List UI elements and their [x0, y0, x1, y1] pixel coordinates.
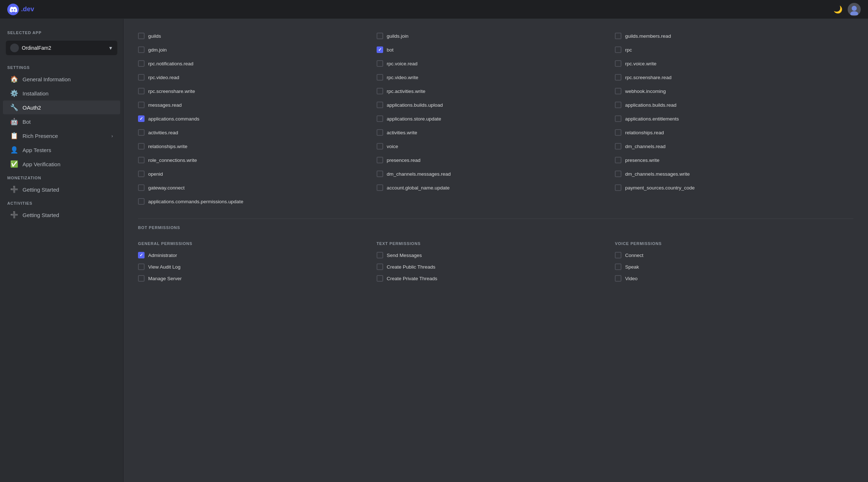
perm-checkbox-create-private-threads[interactable]: [377, 275, 383, 282]
scope-checkbox-webhook-incoming[interactable]: [615, 88, 621, 94]
scope-checkbox-rpc-video-read[interactable]: [138, 74, 145, 81]
scope-checkbox-voice[interactable]: [377, 143, 383, 150]
scope-item-gdm-join: gdm.join: [138, 44, 377, 56]
scope-checkbox-rpc-notifications-read[interactable]: [138, 60, 145, 67]
scope-checkbox-dm-channels-read[interactable]: [615, 143, 621, 150]
sidebar-item-label-app-verification: App Verification: [23, 161, 113, 167]
sidebar-item-app-verification[interactable]: ✅ App Verification: [3, 157, 120, 171]
sidebar-item-label-bot: Bot: [23, 119, 113, 125]
scope-checkbox-account-global-name-update[interactable]: [377, 184, 383, 191]
perm-checkbox-manage-server[interactable]: [138, 275, 145, 282]
scope-checkbox-guilds[interactable]: [138, 33, 145, 39]
perm-item-view-audit-log: View Audit Log: [138, 261, 377, 273]
scope-checkbox-dm-channels-messages-write[interactable]: [615, 171, 621, 177]
scope-item-rpc-voice-read: rpc.voice.read: [377, 57, 615, 70]
scope-item-applications-commands: applications.commands: [138, 113, 377, 125]
scope-checkbox-rpc-activities-write[interactable]: [377, 88, 383, 94]
svg-point-1: [852, 6, 857, 11]
scope-item-openid: openid: [138, 168, 377, 180]
scope-label-guilds: guilds: [148, 33, 161, 39]
logo[interactable]: .dev: [7, 4, 34, 15]
scope-checkbox-applications-entitlements[interactable]: [615, 115, 621, 122]
scope-checkbox-applications-commands-permissions-update[interactable]: [138, 198, 145, 205]
person-icon: 👤: [10, 146, 18, 154]
scope-checkbox-relationships-write[interactable]: [138, 143, 145, 150]
perm-checkbox-video[interactable]: [615, 275, 621, 282]
home-icon: 🏠: [10, 75, 18, 83]
scope-label-rpc-voice-read: rpc.voice.read: [387, 61, 418, 66]
scope-checkbox-applications-store-update[interactable]: [377, 115, 383, 122]
scope-checkbox-rpc[interactable]: [615, 46, 621, 53]
scope-checkbox-guilds-members-read[interactable]: [615, 33, 621, 39]
scope-item-applications-commands-permissions-update: applications.commands.permissions.update: [138, 195, 377, 208]
scope-checkbox-gdm-join[interactable]: [138, 46, 145, 53]
app-selector[interactable]: OrdinalFam2 ▼: [6, 41, 117, 55]
perm-checkbox-view-audit-log[interactable]: [138, 264, 145, 270]
scope-checkbox-activities-write[interactable]: [377, 129, 383, 136]
sidebar-item-label-app-testers: App Testers: [23, 147, 113, 153]
scope-item-guilds-join: guilds.join: [377, 30, 615, 42]
scope-item-relationships-read: relationships.read: [615, 126, 853, 139]
scope-checkbox-dm-channels-messages-read[interactable]: [377, 171, 383, 177]
sidebar-item-monetization-getting-started[interactable]: ➕ Getting Started: [3, 183, 120, 196]
scope-checkbox-role-connections-write[interactable]: [138, 157, 145, 163]
scope-label-applications-commands-permissions-update: applications.commands.permissions.update: [148, 199, 243, 204]
logo-text: .dev: [21, 5, 34, 13]
sidebar-item-oauth2[interactable]: 🔧 OAuth2: [3, 101, 120, 114]
scope-label-relationships-write: relationships.write: [148, 144, 187, 149]
sidebar-item-general-information[interactable]: 🏠 General Information: [3, 72, 120, 86]
scope-checkbox-guilds-join[interactable]: [377, 33, 383, 39]
scope-checkbox-bot[interactable]: [377, 46, 383, 53]
sidebar-item-app-testers[interactable]: 👤 App Testers: [3, 143, 120, 157]
scope-checkbox-presences-write[interactable]: [615, 157, 621, 163]
scope-item-relationships-write: relationships.write: [138, 140, 377, 152]
scope-item-voice: voice: [377, 140, 615, 152]
scope-checkbox-rpc-screenshare-read[interactable]: [615, 74, 621, 81]
scope-label-rpc-notifications-read: rpc.notifications.read: [148, 61, 194, 66]
scopes-grid: guildsguilds.joinguilds.members.readgdm.…: [138, 30, 853, 208]
scope-item-gateway-connect: gateway.connect: [138, 181, 377, 194]
perm-checkbox-connect[interactable]: [615, 252, 621, 258]
sidebar-item-bot[interactable]: 🤖 Bot: [3, 115, 120, 128]
scope-item-presences-read: presences.read: [377, 154, 615, 166]
scope-label-rpc-video-read: rpc.video.read: [148, 75, 179, 80]
perm-label-speak: Speak: [625, 264, 639, 270]
perm-checkbox-speak[interactable]: [615, 264, 621, 270]
scope-label-guilds-join: guilds.join: [387, 33, 409, 39]
scope-checkbox-messages-read[interactable]: [138, 102, 145, 108]
theme-toggle-icon[interactable]: 🌙: [833, 5, 843, 14]
user-avatar[interactable]: [848, 3, 861, 16]
scope-label-messages-read: messages.read: [148, 102, 182, 108]
scope-checkbox-activities-read[interactable]: [138, 129, 145, 136]
sidebar-item-activities-getting-started[interactable]: ➕ Getting Started: [3, 208, 120, 222]
scope-item-guilds: guilds: [138, 30, 377, 42]
monetization-label: MONETIZATION: [0, 171, 123, 182]
scope-item-dm-channels-messages-write: dm_channels.messages.write: [615, 168, 853, 180]
scope-label-applications-builds-read: applications.builds.read: [625, 102, 676, 108]
perm-checkbox-administrator[interactable]: [138, 252, 145, 258]
sidebar-item-rich-presence[interactable]: 📋 Rich Presence ›: [3, 129, 120, 143]
scope-checkbox-payment-sources-country-code[interactable]: [615, 184, 621, 191]
sidebar-item-installation[interactable]: ⚙️ Installation: [3, 86, 120, 100]
scope-checkbox-applications-builds-read[interactable]: [615, 102, 621, 108]
scope-checkbox-rpc-voice-read[interactable]: [377, 60, 383, 67]
scope-checkbox-applications-builds-upload[interactable]: [377, 102, 383, 108]
sidebar-item-label-activities-getting-started: Getting Started: [23, 212, 113, 218]
sidebar-item-label-monetization-getting-started: Getting Started: [23, 187, 113, 193]
scope-item-rpc-activities-write: rpc.activities.write: [377, 85, 615, 97]
scope-checkbox-gateway-connect[interactable]: [138, 184, 145, 191]
scope-checkbox-rpc-screenshare-write[interactable]: [138, 88, 145, 94]
scope-checkbox-rpc-video-write[interactable]: [377, 74, 383, 81]
activities-label: ACTIVITIES: [0, 197, 123, 208]
plus-icon-activities: ➕: [10, 211, 18, 219]
avatar-image: [848, 4, 860, 15]
scope-checkbox-relationships-read[interactable]: [615, 129, 621, 136]
sidebar: SELECTED APP OrdinalFam2 ▼ SETTINGS 🏠 Ge…: [0, 19, 123, 482]
scope-checkbox-openid[interactable]: [138, 171, 145, 177]
perm-checkbox-send-messages[interactable]: [377, 252, 383, 258]
perm-checkbox-create-public-threads[interactable]: [377, 264, 383, 270]
scope-checkbox-presences-read[interactable]: [377, 157, 383, 163]
scope-checkbox-rpc-voice-write[interactable]: [615, 60, 621, 67]
scope-checkbox-applications-commands[interactable]: [138, 115, 145, 122]
plus-icon-monetization: ➕: [10, 185, 18, 193]
